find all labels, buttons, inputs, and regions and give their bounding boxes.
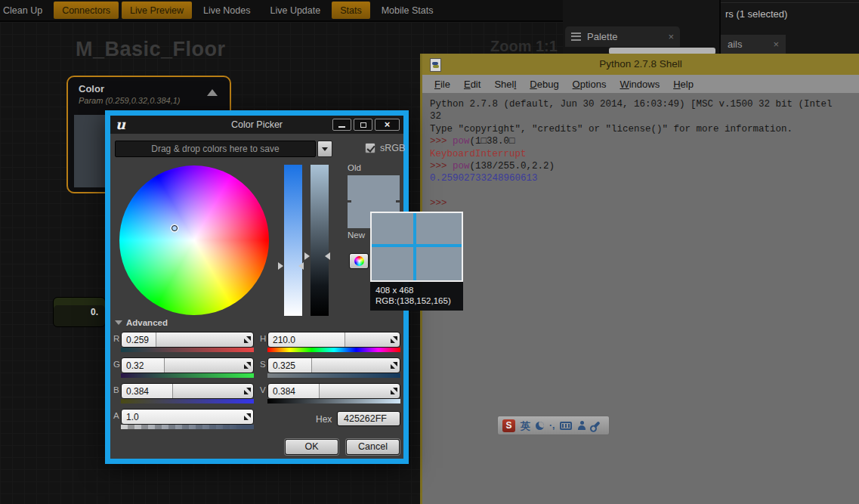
h-spinbox[interactable]: 210.0 xyxy=(267,332,400,348)
toolbar-button-live-nodes[interactable]: Live Nodes xyxy=(195,2,259,19)
details-tab-label: ails xyxy=(728,39,773,50)
collapse-arrow-icon[interactable] xyxy=(207,89,218,96)
advanced-label: Advanced xyxy=(126,318,168,327)
drag-adjust-icon xyxy=(391,336,397,343)
python-shell-window: Python 2.7.8 Shell FileEditShellDebugOpt… xyxy=(420,54,859,504)
slider-row-a: A1.0 xyxy=(113,409,257,430)
color-picker-titlebar[interactable]: u Color Picker × xyxy=(110,116,403,134)
moon-icon[interactable] xyxy=(536,422,544,430)
ime-toolbar: S 英 ·, xyxy=(497,416,610,435)
constant-node[interactable]: 0. xyxy=(53,297,106,327)
palette-panel: Palette × xyxy=(563,0,719,54)
toolbar-button-live-preview[interactable]: Live Preview xyxy=(122,2,192,19)
menu-debug[interactable]: Debug xyxy=(523,79,565,90)
maximize-button[interactable] xyxy=(354,119,372,131)
live-nodes-label: Live Nodes xyxy=(203,5,251,16)
magnifier-rgb-text: RGB:(138,152,165) xyxy=(375,295,458,306)
slider-row-r: R0.259 xyxy=(113,332,257,353)
graph-zoom-level: Zoom 1:1 xyxy=(490,38,558,55)
live-update-label: Live Update xyxy=(270,5,320,16)
toolbar-button-clean-up[interactable]: Clean Up xyxy=(0,2,51,19)
color-picker-dialog: u Color Picker × Drag & drop colors here… xyxy=(105,110,409,464)
shell-line: >>> pow(1□38.0□ xyxy=(430,135,859,147)
drag-adjust-icon xyxy=(244,388,251,394)
slider-row-h: H210.0 xyxy=(260,332,403,353)
panel-divider xyxy=(721,2,859,3)
slider-handle[interactable] xyxy=(298,262,304,270)
slider-row-b: B0.384 xyxy=(113,383,257,404)
menu-shell[interactable]: Shell xyxy=(487,79,523,90)
v-spinbox[interactable]: 0.384 xyxy=(267,383,400,399)
channel-label: G xyxy=(113,360,120,369)
close-icon[interactable]: × xyxy=(773,39,779,49)
sogou-logo-icon[interactable]: S xyxy=(502,419,515,432)
english-mode-icon[interactable]: 英 xyxy=(521,420,530,431)
channel-label: A xyxy=(113,411,119,420)
s-gradient-strip[interactable] xyxy=(267,373,400,378)
color-wheel-selector[interactable] xyxy=(171,225,178,231)
value-slider[interactable] xyxy=(311,165,329,316)
close-button[interactable]: × xyxy=(375,119,400,131)
material-name-watermark: M_Basic_Floor xyxy=(76,38,226,61)
slider-handle[interactable] xyxy=(325,252,330,260)
theme-dropdown[interactable]: Drag & drop colors here to save xyxy=(115,141,316,157)
g-gradient-strip[interactable] xyxy=(121,373,254,378)
drag-adjust-icon xyxy=(391,388,397,394)
old-color-label: Old xyxy=(348,163,361,172)
slider-handle[interactable] xyxy=(304,252,310,260)
a-gradient-strip[interactable] xyxy=(121,425,254,429)
crosshair-vertical xyxy=(413,213,416,280)
details-panel: rs (1 selected) ails × xyxy=(719,0,859,54)
menu-windows[interactable]: Windows xyxy=(613,79,666,90)
toolbar-button-connectors[interactable]: Connectors xyxy=(54,2,119,19)
s-spinbox[interactable]: 0.325 xyxy=(267,357,400,373)
dropdown-arrow-button[interactable] xyxy=(317,141,332,157)
screen: Clean UpConnectorsLive PreviewLive Nodes… xyxy=(0,0,859,504)
g-spinbox[interactable]: 0.32 xyxy=(121,357,254,373)
wrench-icon[interactable] xyxy=(592,421,601,429)
toolbar-button-live-update[interactable]: Live Update xyxy=(261,2,329,19)
b-spinbox[interactable]: 0.384 xyxy=(121,383,254,399)
toolbar-button-mobile-stats[interactable]: Mobile Stats xyxy=(373,2,442,19)
python-shell-body[interactable]: Python 2.7.8 (default, Jun 30 2014, 16:0… xyxy=(422,94,859,504)
advanced-section-header[interactable]: Advanced xyxy=(115,318,168,327)
palette-tab-label: Palette xyxy=(587,31,668,42)
eyedropper-button[interactable] xyxy=(349,253,369,269)
h-gradient-strip[interactable] xyxy=(267,348,400,352)
minimize-button[interactable] xyxy=(332,119,351,131)
python-menubar: FileEditShellDebugOptionsWindowsHelp xyxy=(422,75,859,94)
chevron-down-icon xyxy=(322,147,328,151)
material-editor-toolbar: Clean UpConnectorsLive PreviewLive Nodes… xyxy=(0,0,563,22)
expand-arrow-icon xyxy=(115,320,122,325)
punctuation-icon[interactable]: ·, xyxy=(549,420,555,431)
slider-handle[interactable] xyxy=(278,262,283,270)
r-gradient-strip[interactable] xyxy=(121,348,254,352)
toolbar-button-stats[interactable]: Stats xyxy=(332,2,370,19)
user-icon[interactable] xyxy=(577,421,586,430)
new-color-label: New xyxy=(348,230,365,240)
stats-label: Stats xyxy=(340,5,362,16)
tab-palette[interactable]: Palette × xyxy=(565,26,680,47)
color-wheel[interactable] xyxy=(119,165,269,315)
hex-input[interactable]: 425262FF xyxy=(337,411,400,426)
menu-help[interactable]: Help xyxy=(666,79,700,90)
srgb-checkbox[interactable] xyxy=(365,143,375,153)
close-icon[interactable]: × xyxy=(668,32,674,42)
r-spinbox[interactable]: 0.259 xyxy=(121,332,254,348)
a-spinbox[interactable]: 1.0 xyxy=(121,409,254,425)
menu-file[interactable]: File xyxy=(428,79,457,90)
ok-button[interactable]: OK xyxy=(285,439,338,455)
saturation-slider[interactable] xyxy=(284,165,302,316)
tab-details[interactable]: ails × xyxy=(721,35,786,54)
menu-edit[interactable]: Edit xyxy=(457,79,487,90)
keyboard-icon[interactable] xyxy=(560,422,572,430)
shell-text[interactable]: Python 2.7.8 (default, Jun 30 2014, 16:0… xyxy=(422,94,859,210)
menu-options[interactable]: Options xyxy=(566,79,613,90)
python-titlebar[interactable]: Python 2.7.8 Shell xyxy=(422,54,859,75)
v-gradient-strip[interactable] xyxy=(267,399,400,404)
node-title: Color xyxy=(79,83,104,94)
connectors-label: Connectors xyxy=(62,5,110,16)
live-preview-label: Live Preview xyxy=(130,5,184,16)
cancel-button[interactable]: Cancel xyxy=(346,439,400,455)
b-gradient-strip[interactable] xyxy=(121,399,254,404)
